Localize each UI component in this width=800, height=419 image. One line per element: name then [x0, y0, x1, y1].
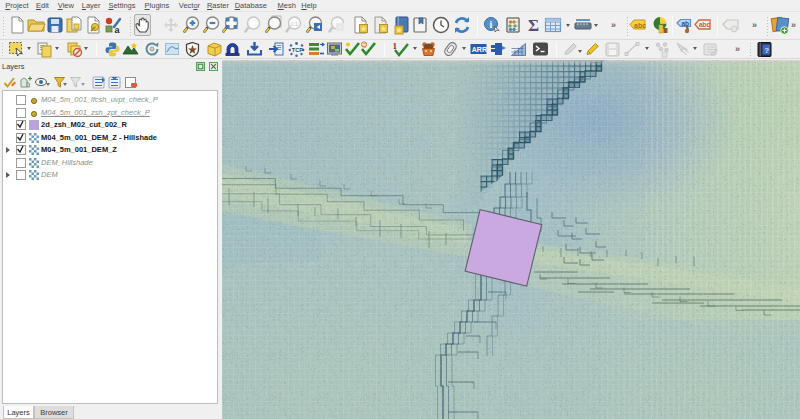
svg-text:1: 1	[393, 41, 398, 51]
svg-text:Q: Q	[363, 42, 368, 48]
svg-text:a: a	[115, 25, 121, 35]
svg-text:?: ?	[764, 46, 769, 55]
svg-text:ARR: ARR	[472, 46, 487, 53]
svg-text:TCP: TCP	[292, 47, 303, 53]
svg-text:ε: ε	[75, 82, 78, 88]
svg-text:1:1: 1:1	[291, 21, 299, 27]
svg-text:i: i	[489, 19, 492, 30]
svg-text:abc: abc	[699, 21, 711, 28]
svg-text:Σ: Σ	[528, 16, 539, 35]
svg-text:ab: ab	[682, 20, 690, 27]
svg-text:abc: abc	[634, 22, 646, 29]
